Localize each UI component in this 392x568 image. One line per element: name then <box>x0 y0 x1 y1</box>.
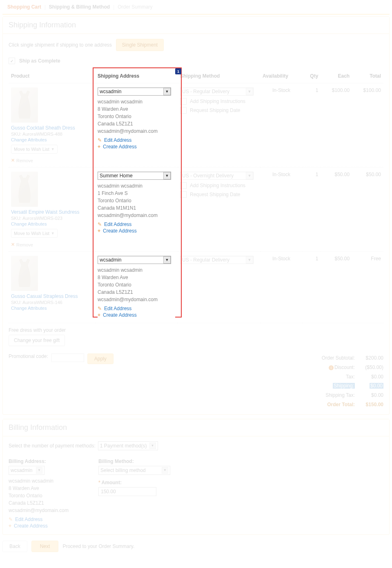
info-icon[interactable]: i <box>329 365 334 370</box>
dropdown-icon: ▼ <box>163 172 171 179</box>
close-icon: ✕ <box>11 158 15 163</box>
billing-address-select[interactable]: wcsadmin▼ <box>9 466 45 475</box>
amount-input[interactable] <box>98 487 156 496</box>
col-address: Shipping Address <box>95 69 178 83</box>
chevron-down-icon: ▼ <box>51 231 55 235</box>
pencil-icon: ✎ <box>98 306 102 311</box>
plus-icon: + <box>9 523 11 529</box>
col-product: Product <box>9 69 95 83</box>
edit-billing-address-link[interactable]: ✎Edit Address <box>9 517 82 522</box>
amount-label: * Amount: <box>98 480 170 485</box>
product-name-link[interactable]: Gusso Casual Strapless Dress <box>11 293 93 299</box>
edit-address-link[interactable]: ✎Edit Address <box>98 306 175 311</box>
move-to-wishlist-button[interactable]: Move to Wish List▼ <box>11 145 58 154</box>
shipping-address-select[interactable]: wcsadmin▼ <box>98 87 171 96</box>
create-billing-address-link[interactable]: +Create Address <box>9 523 82 529</box>
plus-icon: + <box>98 228 100 234</box>
pencil-icon: ✎ <box>9 517 13 522</box>
product-thumbnail[interactable] <box>11 172 38 207</box>
edit-address-link[interactable]: ✎Edit Address <box>98 221 175 227</box>
change-attributes-link[interactable]: Change Attributes <box>11 306 93 311</box>
create-address-link[interactable]: +Create Address <box>98 144 175 150</box>
add-instructions-label: Add Shipping Instructions <box>190 183 245 188</box>
dropdown-icon: ▼ <box>163 256 171 264</box>
total-cell: $100.00 <box>352 83 383 168</box>
single-shipment-button[interactable]: Single Shipment <box>116 39 164 51</box>
promo-code-input[interactable] <box>51 353 84 362</box>
chevron-down-icon: ▼ <box>51 147 55 151</box>
shipping-info-panel: Shipping Information Click single shipme… <box>2 16 390 415</box>
num-payment-label: Select the number of payment methods: <box>9 443 96 449</box>
back-button[interactable]: Back <box>2 541 27 552</box>
shipping-method-select[interactable]: US - Regular Delivery▼ <box>180 256 254 264</box>
request-date-label: Request Shipping Date <box>190 107 240 113</box>
shipping-method-select[interactable]: US - Regular Delivery▼ <box>180 87 254 96</box>
callout-badge: 1 <box>175 68 181 74</box>
close-icon: ✕ <box>11 242 15 247</box>
billing-address-lines: wcsadmin wcsadmin8 Warden AveToronto Ont… <box>9 477 82 514</box>
add-instructions-checkbox[interactable] <box>180 98 187 105</box>
billing-info-panel: Billing Information Select the number of… <box>2 419 390 535</box>
change-attributes-link[interactable]: Change Attributes <box>11 221 93 226</box>
order-totals: Order Subtotal:$200.00 iDiscount:($50.00… <box>298 353 383 409</box>
product-sku: SKU: AuroraWMDRS-488 <box>11 132 93 136</box>
product-thumbnail[interactable] <box>11 87 38 123</box>
single-shipment-hint: Click single shipment if shipping to one… <box>9 42 112 48</box>
breadcrumb-summary[interactable]: Order Summary <box>118 4 152 10</box>
qty-cell: 1 <box>303 83 321 168</box>
dropdown-icon: ▼ <box>162 467 168 474</box>
edit-address-link[interactable]: ✎Edit Address <box>98 137 175 143</box>
col-qty: Qty <box>303 69 321 83</box>
shipping-address-lines: wcsadmin wcsadmin8 Warden AveToronto Ont… <box>98 266 175 303</box>
dropdown-icon: ▼ <box>246 256 253 264</box>
breadcrumb-cart[interactable]: Shopping Cart <box>7 4 41 10</box>
apply-promo-button[interactable]: Apply <box>87 353 114 364</box>
next-button[interactable]: Next <box>31 541 59 552</box>
product-name-link[interactable]: Versatil Empire Waist Sundress <box>11 209 93 215</box>
breadcrumb-sep: | <box>113 4 114 10</box>
request-date-checkbox[interactable] <box>180 107 187 114</box>
create-address-link[interactable]: +Create Address <box>98 228 175 234</box>
billing-address-label: Billing Address: <box>9 458 82 464</box>
product-thumbnail[interactable] <box>11 256 38 291</box>
plus-icon: + <box>98 144 100 150</box>
dropdown-icon: ▼ <box>246 172 253 179</box>
plus-icon: + <box>98 312 100 318</box>
billing-info-header: Billing Information <box>3 419 389 436</box>
total-cell: Free <box>352 252 383 323</box>
shipping-method-select[interactable]: US - Overnight Delivery▼ <box>180 172 254 180</box>
product-name-link[interactable]: Gusso Cocktail Sheath Dress <box>11 125 93 131</box>
table-row: Versatil Empire Waist Sundress SKU: Auro… <box>9 168 383 252</box>
qty-cell: 1 <box>303 252 321 323</box>
each-cell: $50.00 <box>321 168 352 252</box>
free-gift-label: Free dress with your order <box>9 327 383 333</box>
num-payment-select[interactable]: 1 Payment method(s)▼ <box>98 441 158 450</box>
remove-item-link[interactable]: ✕Remove <box>11 158 93 163</box>
ship-complete-checkbox[interactable]: ✓ <box>9 58 15 64</box>
col-availability: Availability <box>260 69 303 83</box>
col-method: Shipping Method <box>178 69 260 83</box>
pencil-icon: ✎ <box>98 221 102 227</box>
shipping-address-select[interactable]: wcsadmin▼ <box>98 256 171 264</box>
table-row: Gusso Cocktail Sheath Dress SKU: AuroraW… <box>9 83 383 168</box>
billing-method-label: Billing Method: <box>98 458 170 464</box>
shipping-address-lines: wcsadmin wcsadmin1 Finch Ave SToronto On… <box>98 182 175 219</box>
change-free-gift-button[interactable]: Change your free gift <box>9 335 65 346</box>
qty-cell: 1 <box>303 168 321 252</box>
ship-complete-label: Ship as Complete <box>19 58 60 64</box>
add-instructions-checkbox[interactable] <box>180 182 187 189</box>
billing-method-select[interactable]: Select billing method▼ <box>98 466 170 475</box>
request-date-checkbox[interactable] <box>180 191 187 198</box>
change-attributes-link[interactable]: Change Attributes <box>11 137 93 142</box>
promo-label: Promotional code: <box>9 353 48 359</box>
dropdown-icon: ▼ <box>149 443 156 449</box>
each-cell: $100.00 <box>321 83 352 168</box>
shipping-address-select[interactable]: Summer Home▼ <box>98 172 171 180</box>
move-to-wishlist-button[interactable]: Move to Wish List▼ <box>11 229 58 238</box>
shipping-address-lines: wcsadmin wcsadmin8 Warden AveToronto Ont… <box>98 98 175 135</box>
create-address-link[interactable]: +Create Address <box>98 312 175 318</box>
product-sku: SKU: AuroraWMDRS-146 <box>11 300 93 305</box>
table-row: Gusso Casual Strapless Dress SKU: Aurora… <box>9 252 383 323</box>
remove-item-link[interactable]: ✕Remove <box>11 242 93 247</box>
col-each: Each <box>321 69 352 83</box>
